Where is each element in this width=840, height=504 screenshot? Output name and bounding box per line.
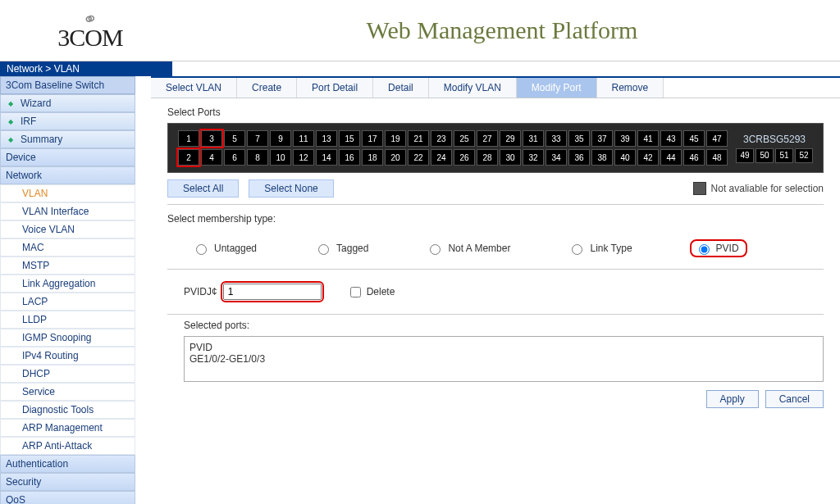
sidebar-item-lacp[interactable]: LACP [0, 293, 135, 311]
sidebar-cat-authentication[interactable]: Authentication [0, 455, 135, 473]
port-38[interactable]: 38 [591, 149, 613, 166]
port-44[interactable]: 44 [660, 149, 682, 166]
sidebar-cat-device[interactable]: Device [0, 148, 135, 166]
apply-button[interactable]: Apply [706, 390, 759, 408]
radio-input-link-type[interactable] [572, 244, 582, 255]
radio-input-tagged[interactable] [318, 244, 329, 255]
port-49[interactable]: 49 [736, 148, 754, 163]
sidebar-item-arp-anti-attack[interactable]: ARP Anti-Attack [0, 437, 135, 455]
tab-modify-vlan[interactable]: Modify VLAN [429, 78, 517, 98]
port-28[interactable]: 28 [477, 149, 498, 166]
tab-detail[interactable]: Detail [373, 78, 429, 98]
port-45[interactable]: 45 [683, 130, 705, 147]
port-39[interactable]: 39 [614, 130, 636, 147]
port-35[interactable]: 35 [568, 130, 590, 147]
tab-create[interactable]: Create [237, 78, 297, 98]
sidebar-item-igmp-snooping[interactable]: IGMP Snooping [0, 329, 135, 347]
sidebar-item-wizard[interactable]: Wizard [0, 94, 135, 112]
port-12[interactable]: 12 [293, 149, 314, 166]
port-21[interactable]: 21 [408, 130, 429, 147]
port-11[interactable]: 11 [293, 130, 314, 147]
port-47[interactable]: 47 [706, 130, 728, 147]
port-23[interactable]: 23 [431, 130, 452, 147]
pvid-input[interactable] [223, 284, 322, 300]
radio-not-a-member[interactable]: Not A Member [426, 242, 510, 255]
port-19[interactable]: 19 [385, 130, 406, 147]
sidebar-item-lldp[interactable]: LLDP [0, 311, 135, 329]
radio-tagged[interactable]: Tagged [314, 242, 368, 255]
sidebar-item-summary[interactable]: Summary [0, 130, 135, 148]
port-40[interactable]: 40 [614, 149, 636, 166]
tab-remove[interactable]: Remove [597, 78, 664, 98]
port-9[interactable]: 9 [270, 130, 291, 147]
select-all-button[interactable]: Select All [167, 179, 239, 198]
port-6[interactable]: 6 [224, 149, 245, 166]
port-1[interactable]: 1 [178, 130, 199, 147]
port-34[interactable]: 34 [546, 149, 567, 166]
sidebar-item-voice-vlan[interactable]: Voice VLAN [0, 220, 135, 238]
port-30[interactable]: 30 [500, 149, 521, 166]
radio-link-type[interactable]: Link Type [568, 242, 632, 255]
tab-select-vlan[interactable]: Select VLAN [151, 78, 237, 98]
radio-untagged[interactable]: Untagged [192, 242, 257, 255]
sidebar-item-mac[interactable]: MAC [0, 238, 135, 257]
port-22[interactable]: 22 [408, 149, 429, 166]
port-37[interactable]: 37 [591, 130, 613, 147]
delete-checkbox[interactable] [350, 287, 361, 297]
port-13[interactable]: 13 [316, 130, 337, 147]
radio-input-not-a-member[interactable] [430, 244, 441, 255]
port-52[interactable]: 52 [795, 148, 813, 163]
cancel-button[interactable]: Cancel [765, 390, 824, 408]
sidebar-item-irf[interactable]: IRF [0, 112, 135, 130]
sidebar-cat-qos[interactable]: QoS [0, 491, 135, 504]
sidebar-root[interactable]: 3Com Baseline Switch [0, 76, 135, 94]
tab-modify-port[interactable]: Modify Port [517, 78, 597, 98]
port-26[interactable]: 26 [454, 149, 475, 166]
sidebar-item-diagnostic-tools[interactable]: Diagnostic Tools [0, 401, 135, 419]
sidebar-item-dhcp[interactable]: DHCP [0, 365, 135, 383]
sidebar-item-vlan-interface[interactable]: VLAN Interface [0, 202, 135, 220]
port-29[interactable]: 29 [500, 130, 521, 147]
port-14[interactable]: 14 [316, 149, 337, 166]
port-17[interactable]: 17 [362, 130, 383, 147]
port-43[interactable]: 43 [660, 130, 682, 147]
tab-port-detail[interactable]: Port Detail [297, 78, 373, 98]
sidebar-cat-network[interactable]: Network [0, 166, 135, 184]
port-5[interactable]: 5 [224, 130, 245, 147]
port-33[interactable]: 33 [546, 130, 567, 147]
radio-input-untagged[interactable] [196, 244, 207, 255]
delete-checkbox-label[interactable]: Delete [347, 284, 395, 300]
radio-pvid[interactable]: PVID [690, 239, 747, 257]
port-41[interactable]: 41 [637, 130, 659, 147]
port-15[interactable]: 15 [339, 130, 360, 147]
port-32[interactable]: 32 [523, 149, 544, 166]
port-18[interactable]: 18 [362, 149, 383, 166]
select-none-button[interactable]: Select None [249, 179, 333, 198]
port-3[interactable]: 3 [201, 130, 222, 147]
port-48[interactable]: 48 [706, 149, 728, 166]
port-7[interactable]: 7 [247, 130, 268, 147]
sidebar-item-vlan[interactable]: VLAN [0, 184, 135, 202]
sidebar-item-arp-management[interactable]: ARP Management [0, 419, 135, 437]
port-20[interactable]: 20 [385, 149, 406, 166]
sidebar-cat-security[interactable]: Security [0, 473, 135, 491]
port-24[interactable]: 24 [431, 149, 452, 166]
sidebar-item-ipv4-routing[interactable]: IPv4 Routing [0, 347, 135, 365]
sidebar-item-mstp[interactable]: MSTP [0, 257, 135, 275]
sidebar-item-service[interactable]: Service [0, 383, 135, 401]
port-16[interactable]: 16 [339, 149, 360, 166]
port-4[interactable]: 4 [201, 149, 222, 166]
port-10[interactable]: 10 [270, 149, 291, 166]
port-8[interactable]: 8 [247, 149, 268, 166]
sidebar-item-link-aggregation[interactable]: Link Aggregation [0, 275, 135, 293]
port-31[interactable]: 31 [523, 130, 544, 147]
port-46[interactable]: 46 [683, 149, 705, 166]
port-25[interactable]: 25 [454, 130, 475, 147]
port-42[interactable]: 42 [637, 149, 659, 166]
port-51[interactable]: 51 [775, 148, 793, 163]
port-50[interactable]: 50 [756, 148, 774, 163]
radio-input-pvid[interactable] [699, 244, 710, 255]
port-27[interactable]: 27 [477, 130, 498, 147]
port-36[interactable]: 36 [568, 149, 590, 166]
port-2[interactable]: 2 [178, 149, 199, 166]
